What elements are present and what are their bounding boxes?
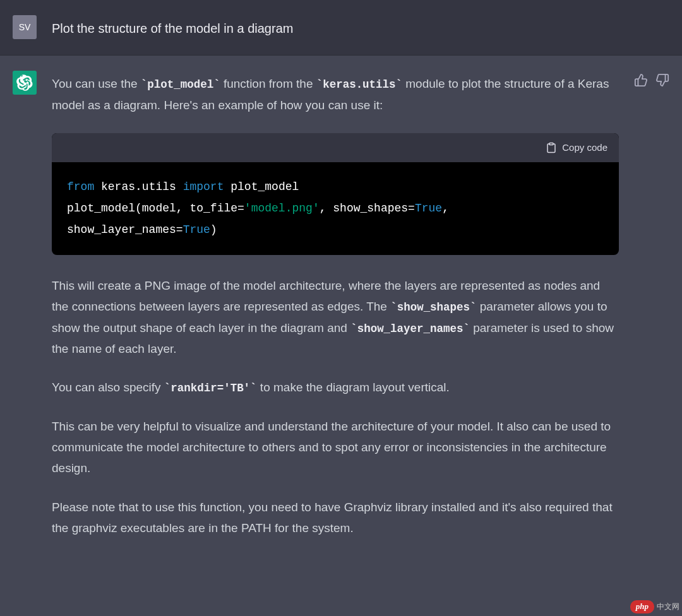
code-block-content[interactable]: from keras.utils import plot_model plot_… (52, 162, 619, 255)
user-message-content: Plot the structure of the model in a dia… (52, 15, 669, 40)
inline-code-show-shapes: `show_shapes` (390, 301, 476, 314)
user-avatar: SV (13, 15, 37, 39)
code-block-header: Copy code (52, 133, 619, 162)
watermark-pill: php (630, 600, 654, 613)
clipboard-icon (546, 142, 557, 153)
code-block: Copy code from keras.utils import plot_m… (52, 133, 619, 255)
thumbs-down-button[interactable] (655, 73, 669, 87)
watermark-text: 中文网 (657, 601, 679, 612)
inline-code-keras-utils: `keras.utils` (316, 78, 402, 91)
openai-logo-icon (16, 74, 33, 91)
assistant-avatar (13, 71, 37, 95)
svg-rect-0 (549, 143, 553, 145)
assistant-paragraph-2: This will create a PNG image of the mode… (52, 275, 619, 360)
watermark: php 中文网 (630, 600, 679, 613)
assistant-message-row: You can use the `plot_model` function fr… (0, 56, 682, 554)
assistant-paragraph-3: You can also specify `rankdir='TB'` to m… (52, 377, 619, 398)
inline-code-rankdir: `rankdir='TB'` (164, 382, 257, 394)
assistant-paragraph-5: Please note that to use this function, y… (52, 497, 619, 539)
copy-code-label: Copy code (562, 139, 607, 156)
thumbs-up-icon (634, 73, 648, 87)
user-avatar-initials: SV (19, 22, 31, 32)
message-actions (634, 71, 669, 538)
assistant-message-content: You can use the `plot_model` function fr… (52, 71, 619, 538)
user-prompt-text: Plot the structure of the model in a dia… (52, 21, 293, 35)
thumbs-up-button[interactable] (634, 73, 648, 87)
thumbs-down-icon (655, 73, 669, 87)
assistant-paragraph-4: This can be very helpful to visualize an… (52, 416, 619, 479)
assistant-paragraph-1: You can use the `plot_model` function fr… (52, 73, 619, 116)
inline-code-show-layer-names: `show_layer_names` (350, 323, 470, 335)
inline-code-plot-model: `plot_model` (141, 78, 220, 91)
copy-code-button[interactable]: Copy code (546, 139, 607, 156)
user-message-row: SV Plot the structure of the model in a … (0, 0, 682, 56)
